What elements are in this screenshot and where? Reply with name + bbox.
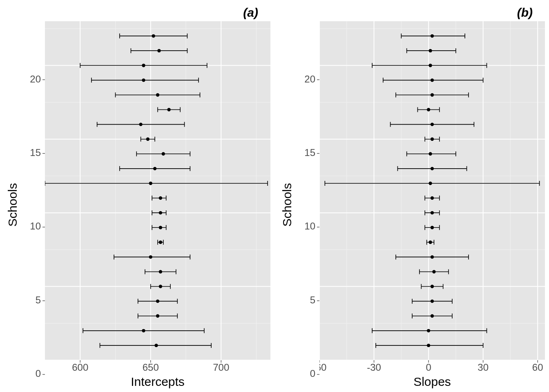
svg-point-236 (431, 34, 434, 38)
svg-text:20: 20 (30, 74, 41, 85)
figure: (a) Schools 05101520 600650700 Intercept… (0, 0, 549, 392)
svg-point-89 (139, 122, 142, 126)
svg-text:30: 30 (478, 362, 489, 373)
panel-a-yticklabels: 05101520 (21, 21, 45, 389)
svg-point-65 (159, 211, 162, 214)
svg-point-113 (152, 34, 155, 38)
svg-point-33 (142, 329, 145, 332)
svg-point-192 (431, 196, 434, 200)
panel-a-title: (a) (4, 3, 270, 21)
panel-b-body: Schools 05101520 -60-3003060 Slopes (279, 21, 545, 389)
svg-point-57 (159, 241, 162, 244)
svg-text:10: 10 (304, 220, 315, 232)
panel-b-plot (319, 21, 545, 360)
svg-point-184 (431, 226, 434, 229)
svg-point-49 (159, 270, 162, 273)
panel-b: (b) Schools 05101520 -60-3003060 Slopes (274, 0, 549, 392)
svg-point-196 (428, 182, 432, 185)
svg-text:15: 15 (30, 147, 41, 158)
svg-text:15: 15 (304, 147, 315, 158)
svg-text:700: 700 (213, 362, 229, 373)
svg-point-188 (431, 211, 434, 214)
panel-a-plotcol: 600650700 Intercepts (45, 21, 270, 389)
svg-text:-60: -60 (319, 362, 326, 373)
svg-text:20: 20 (304, 74, 315, 85)
svg-text:10: 10 (30, 220, 41, 232)
panel-b-xticklabels: -60-3003060 (319, 360, 545, 374)
panel-a-xlabel: Intercepts (45, 374, 270, 389)
panel-b-xlabel: Slopes (319, 374, 545, 389)
panel-b-ylabel: Schools (279, 21, 296, 389)
panel-a-plot (45, 21, 270, 360)
svg-point-204 (428, 152, 432, 156)
svg-text:0: 0 (426, 362, 431, 373)
svg-point-101 (142, 78, 145, 82)
svg-point-45 (159, 285, 162, 288)
svg-point-41 (156, 299, 159, 303)
svg-point-216 (427, 108, 430, 111)
svg-point-228 (428, 64, 432, 67)
svg-point-156 (427, 329, 430, 332)
panel-b-yticklabels: 05101520 (296, 21, 319, 389)
svg-point-172 (432, 270, 435, 273)
svg-point-37 (156, 314, 159, 318)
svg-text:-30: -30 (367, 362, 381, 373)
svg-text:650: 650 (143, 362, 159, 373)
svg-text:5: 5 (36, 294, 41, 305)
svg-point-105 (142, 64, 145, 67)
svg-point-220 (431, 93, 434, 96)
panel-b-plotcol: -60-3003060 Slopes (319, 21, 545, 389)
svg-point-69 (159, 196, 162, 200)
svg-point-93 (167, 108, 170, 111)
svg-point-77 (153, 167, 156, 170)
svg-point-180 (428, 241, 432, 244)
svg-point-168 (431, 285, 434, 288)
panel-a-body: Schools 05101520 600650700 Intercepts (4, 21, 270, 389)
svg-point-208 (431, 137, 434, 140)
panel-a: (a) Schools 05101520 600650700 Intercept… (0, 0, 274, 392)
svg-point-160 (431, 314, 434, 318)
svg-point-164 (431, 299, 434, 303)
svg-point-29 (154, 344, 158, 347)
svg-point-81 (162, 152, 165, 156)
svg-text:60: 60 (532, 362, 543, 373)
panel-a-ylabel: Schools (4, 21, 21, 389)
panel-a-xticklabels: 600650700 (45, 360, 270, 374)
svg-point-53 (149, 255, 152, 258)
svg-point-232 (428, 49, 432, 52)
panel-b-title: (b) (279, 3, 545, 21)
svg-point-224 (431, 78, 434, 82)
svg-point-109 (157, 49, 161, 52)
svg-point-85 (146, 137, 150, 140)
svg-text:5: 5 (310, 294, 315, 305)
svg-text:0: 0 (36, 368, 41, 379)
svg-point-176 (431, 255, 434, 258)
svg-point-200 (431, 167, 434, 170)
svg-point-61 (159, 226, 162, 229)
svg-text:0: 0 (310, 368, 315, 379)
svg-point-97 (156, 93, 159, 96)
svg-point-152 (427, 344, 430, 347)
svg-point-212 (431, 122, 434, 126)
svg-text:600: 600 (72, 362, 88, 373)
svg-point-73 (149, 182, 152, 185)
